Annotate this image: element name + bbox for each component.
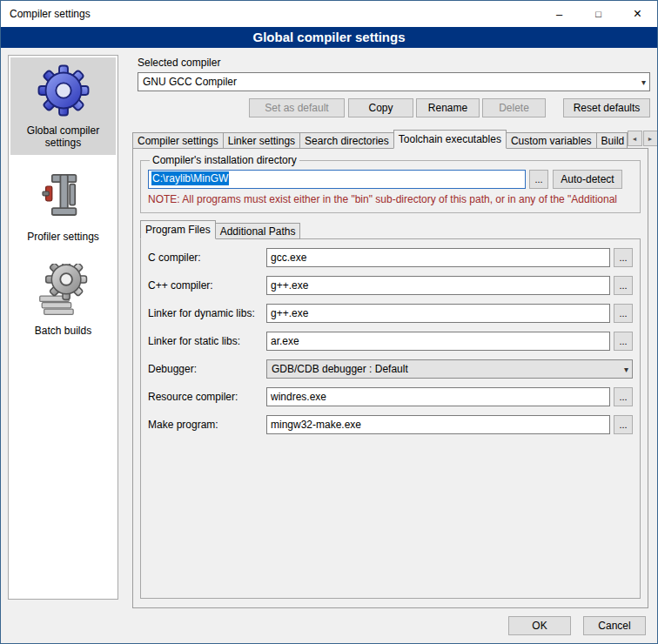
set-as-default-button[interactable]: Set as default <box>249 98 345 117</box>
field-row-resource-compiler: Resource compiler: ... <box>148 387 633 406</box>
close-button[interactable]: × <box>618 1 657 27</box>
field-label: Resource compiler: <box>148 391 266 403</box>
maximize-button[interactable]: □ <box>579 1 618 27</box>
tab-scroll-right-button[interactable]: ► <box>643 131 658 146</box>
bin-subdirectory-note: NOTE: All programs must exist either in … <box>148 193 622 205</box>
compiler-button-row: Set as default Copy Rename Delete Reset … <box>138 98 650 117</box>
tab-custom-variables[interactable]: Custom variables <box>506 132 597 149</box>
static-libs-browse-button[interactable]: ... <box>614 332 633 351</box>
static-libs-linker-input[interactable] <box>266 332 610 351</box>
install-dir-input[interactable]: C:\raylib\MinGW <box>148 170 526 189</box>
minimize-button[interactable]: – <box>540 1 579 27</box>
blue-gear-icon <box>12 62 114 119</box>
field-label: Linker for dynamic libs: <box>148 307 266 319</box>
installation-directory-row: C:\raylib\MinGW ... Auto-detect <box>148 170 622 189</box>
field-label: C compiler: <box>148 252 266 264</box>
field-row-dynamic-linker: Linker for dynamic libs: ... <box>148 304 633 323</box>
program-files-tabstrip: Program Files Additional Paths <box>140 220 642 239</box>
selected-compiler-label: Selected compiler <box>138 57 650 69</box>
delete-button[interactable]: Delete <box>482 98 546 117</box>
cpp-compiler-input[interactable] <box>266 276 610 295</box>
tab-additional-paths[interactable]: Additional Paths <box>215 223 301 239</box>
tab-scroll-right-icon: ► <box>648 136 654 142</box>
resource-compiler-browse-button[interactable]: ... <box>614 387 633 406</box>
sidebar-item-batch-builds[interactable]: Batch builds <box>10 258 116 343</box>
tab-toolchain-executables[interactable]: Toolchain executables <box>393 130 507 149</box>
reset-defaults-button[interactable]: Reset defaults <box>563 98 650 117</box>
auto-detect-button[interactable]: Auto-detect <box>553 170 622 189</box>
tab-compiler-settings[interactable]: Compiler settings <box>132 132 224 149</box>
debugger-select[interactable]: GDB/CDB debugger : Default ▾ <box>266 359 633 379</box>
chevron-down-icon: ▾ <box>641 77 646 87</box>
page-title: Global compiler settings <box>1 27 657 48</box>
maximize-icon: □ <box>595 9 601 19</box>
sidebar-item-global-compiler-settings[interactable]: Global compiler settings <box>10 57 116 155</box>
compiler-settings-window: Compiler settings – □ × Global compiler … <box>0 0 658 644</box>
tab-linker-settings[interactable]: Linker settings <box>223 132 300 149</box>
dynamic-libs-linker-input[interactable] <box>266 304 610 323</box>
close-icon: × <box>634 6 641 22</box>
field-row-c-compiler: C compiler: ... <box>148 248 633 267</box>
dynamic-libs-browse-button[interactable]: ... <box>614 304 633 323</box>
sidebar-item-label: Profiler settings <box>12 231 114 243</box>
gray-gear-stack-icon <box>12 262 114 319</box>
field-row-static-linker: Linker for static libs: ... <box>148 332 633 351</box>
field-label: Debugger: <box>148 363 266 375</box>
sidebar-item-label: Batch builds <box>12 325 114 337</box>
selected-compiler-value: GNU GCC Compiler <box>143 76 638 88</box>
chevron-down-icon: ▾ <box>624 365 628 374</box>
field-label: Make program: <box>148 419 266 431</box>
tab-scroll-buttons: ◄ ► <box>627 131 658 146</box>
tab-program-files[interactable]: Program Files <box>140 220 216 239</box>
installation-directory-legend: Compiler's installation directory <box>150 154 299 166</box>
titlebar: Compiler settings – □ × <box>1 1 657 27</box>
tab-scroll-left-icon: ◄ <box>632 136 638 142</box>
settings-sidebar: Global compiler settings Profiler settin… <box>8 55 118 600</box>
profiler-clamp-icon <box>12 168 114 225</box>
program-files-panel: C compiler: ... C++ compiler: ... Linker… <box>140 238 641 599</box>
c-compiler-browse-button[interactable]: ... <box>614 248 633 267</box>
tab-build-options[interactable]: Build <box>596 132 628 149</box>
copy-button[interactable]: Copy <box>348 98 413 117</box>
field-label: Linker for static libs: <box>148 335 266 347</box>
minimize-icon: – <box>556 8 562 21</box>
selected-compiler-select[interactable]: GNU GCC Compiler ▾ <box>138 72 650 91</box>
toolchain-executables-panel: Compiler's installation directory C:\ray… <box>132 148 648 608</box>
rename-button[interactable]: Rename <box>416 98 480 117</box>
settings-tabstrip: Compiler settings Linker settings Search… <box>132 130 648 149</box>
tab-scroll-left-button[interactable]: ◄ <box>628 131 642 146</box>
make-program-browse-button[interactable]: ... <box>614 415 633 434</box>
c-compiler-input[interactable] <box>266 248 610 267</box>
installation-directory-group: Compiler's installation directory C:\ray… <box>140 154 641 213</box>
dialog-footer: OK Cancel <box>508 616 646 635</box>
make-program-input[interactable] <box>266 415 610 434</box>
install-dir-browse-button[interactable]: ... <box>529 170 548 189</box>
resource-compiler-input[interactable] <box>266 387 610 406</box>
install-dir-selected-text: C:\raylib\MinGW <box>151 171 229 185</box>
window-title: Compiler settings <box>1 8 540 20</box>
ok-button[interactable]: OK <box>508 616 571 635</box>
cpp-compiler-browse-button[interactable]: ... <box>614 276 633 295</box>
field-row-cpp-compiler: C++ compiler: ... <box>148 276 633 295</box>
field-row-make-program: Make program: ... <box>148 415 633 434</box>
field-row-debugger: Debugger: GDB/CDB debugger : Default ▾ <box>148 359 633 379</box>
tab-search-directories[interactable]: Search directories <box>299 132 394 149</box>
sidebar-item-profiler-settings[interactable]: Profiler settings <box>10 164 116 249</box>
main-panel: Selected compiler GNU GCC Compiler ▾ Set… <box>127 53 650 608</box>
cancel-button[interactable]: Cancel <box>583 616 646 635</box>
field-label: C++ compiler: <box>148 279 266 292</box>
debugger-value: GDB/CDB debugger : Default <box>272 363 621 375</box>
sidebar-item-label: Global compiler settings <box>12 124 114 149</box>
